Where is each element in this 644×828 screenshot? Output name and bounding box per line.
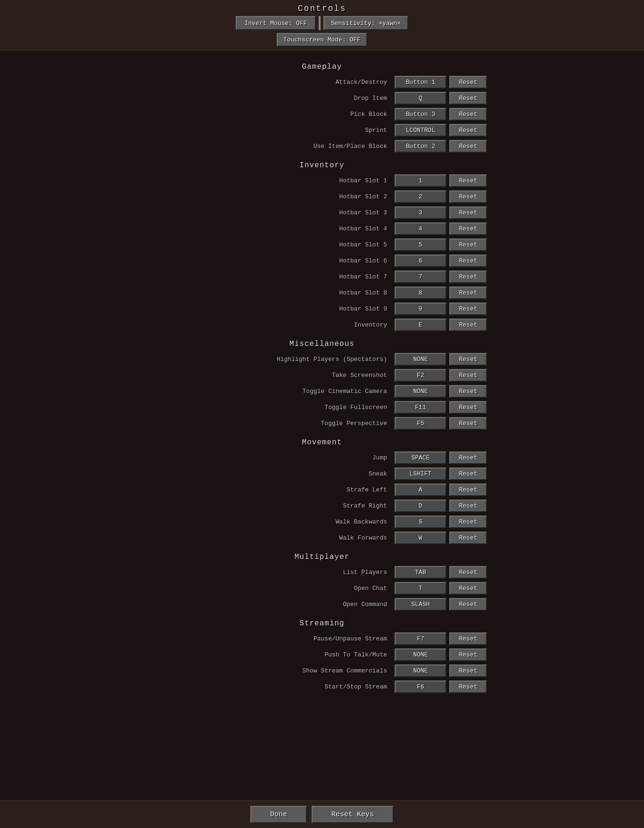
key-binding-button[interactable]: 3 [395,206,446,219]
reset-button[interactable]: Reset [449,648,487,661]
control-row: Walk BackwardsSReset [157,515,487,529]
control-label: Pause/Unpause Stream [157,635,395,642]
key-binding-button[interactable]: 7 [395,271,446,283]
reset-button[interactable]: Reset [449,108,487,121]
key-binding-button[interactable]: F11 [395,401,446,414]
section-list-4: List PlayersTABResetOpen ChatTResetOpen … [157,565,487,612]
key-binding-button[interactable]: W [395,532,446,544]
reset-button[interactable]: Reset [449,222,487,235]
key-binding-button[interactable]: 8 [395,287,446,299]
key-binding-button[interactable]: LCONTROL [395,124,446,137]
key-binding-button[interactable]: F2 [395,369,446,382]
reset-button[interactable]: Reset [449,500,487,512]
reset-button[interactable]: Reset [449,287,487,299]
reset-button[interactable]: Reset [449,271,487,283]
reset-button[interactable]: Reset [449,516,487,528]
sensitivity-button[interactable]: Sensitivity: ×yawn× [323,16,408,30]
reset-button[interactable]: Reset [449,484,487,496]
key-binding-button[interactable]: Button 3 [395,108,446,121]
reset-button[interactable]: Reset [449,598,487,611]
control-label: Take Screenshot [157,372,395,379]
reset-button[interactable]: Reset [449,680,487,693]
key-binding-button[interactable]: LSHIFT [395,467,446,480]
key-binding-button[interactable]: Button 1 [395,76,446,89]
key-binding-button[interactable]: F5 [395,417,446,430]
reset-button[interactable]: Reset [449,174,487,187]
key-binding-button[interactable]: F7 [395,632,446,645]
control-label: Drop Item [157,95,395,102]
key-binding-button[interactable]: 2 [395,190,446,203]
reset-button[interactable]: Reset [449,303,487,315]
reset-button[interactable]: Reset [449,124,487,137]
control-row: Show Stream CommercialsNONEReset [157,664,487,678]
control-label: Start/Stop Stream [157,683,395,690]
control-label: Toggle Cinematic Camera [157,388,395,395]
key-binding-button[interactable]: 6 [395,254,446,267]
control-label: Walk Forwards [157,534,395,541]
key-binding-button[interactable]: NONE [395,353,446,366]
reset-button[interactable]: Reset [449,417,487,430]
invert-mouse-button[interactable]: Invert Mouse: OFF [236,16,316,30]
reset-button[interactable]: Reset [449,140,487,153]
done-button[interactable]: Done [250,806,307,823]
touchscreen-button[interactable]: Touchscreen Mode: OFF [277,33,367,47]
control-row: Hotbar Slot 99Reset [157,302,487,316]
section-list-1: Hotbar Slot 11ResetHotbar Slot 22ResetHo… [157,173,487,332]
key-binding-button[interactable]: 1 [395,174,446,187]
reset-button[interactable]: Reset [449,76,487,89]
key-binding-button[interactable]: A [395,484,446,496]
reset-button[interactable]: Reset [449,401,487,414]
key-binding-button[interactable]: Q [395,92,446,105]
reset-button[interactable]: Reset [449,353,487,366]
section-header-multiplayer: Multiplayer [157,553,487,561]
key-binding-button[interactable]: SPACE [395,451,446,464]
reset-keys-button[interactable]: Reset Keys [312,806,394,823]
control-label: Jump [157,454,395,461]
reset-button[interactable]: Reset [449,319,487,331]
control-label: Strafe Right [157,502,395,509]
reset-button[interactable]: Reset [449,451,487,464]
control-label: Open Command [157,601,395,608]
key-binding-button[interactable]: TAB [395,566,446,579]
control-label: List Players [157,569,395,576]
divider [319,16,321,30]
section-header-movement: Movement [157,438,487,447]
control-label: Push To Talk/Mute [157,651,395,658]
control-row: Open CommandSLASHReset [157,597,487,612]
control-label: Inventory [157,321,395,328]
key-binding-button[interactable]: S [395,516,446,528]
control-row: Hotbar Slot 33Reset [157,205,487,220]
reset-button[interactable]: Reset [449,532,487,544]
reset-button[interactable]: Reset [449,238,487,251]
reset-button[interactable]: Reset [449,369,487,382]
key-binding-button[interactable]: NONE [395,648,446,661]
key-binding-button[interactable]: NONE [395,385,446,398]
control-label: Hotbar Slot 1 [157,177,395,184]
key-binding-button[interactable]: D [395,500,446,512]
reset-button[interactable]: Reset [449,92,487,105]
key-binding-button[interactable]: E [395,319,446,331]
reset-button[interactable]: Reset [449,664,487,677]
reset-button[interactable]: Reset [449,467,487,480]
touchscreen-row: Touchscreen Mode: OFF [277,33,367,47]
reset-button[interactable]: Reset [449,190,487,203]
reset-button[interactable]: Reset [449,385,487,398]
reset-button[interactable]: Reset [449,582,487,595]
control-label: Hotbar Slot 4 [157,225,395,232]
control-row: SprintLCONTROLReset [157,123,487,138]
control-row: Toggle FullscreenF11Reset [157,400,487,415]
key-binding-button[interactable]: Button 2 [395,140,446,153]
key-binding-button[interactable]: T [395,582,446,595]
key-binding-button[interactable]: 9 [395,303,446,315]
key-binding-button[interactable]: NONE [395,664,446,677]
reset-button[interactable]: Reset [449,254,487,267]
key-binding-button[interactable]: SLASH [395,598,446,611]
control-row: Toggle Cinematic CameraNONEReset [157,384,487,399]
control-row: Toggle PerspectiveF5Reset [157,416,487,431]
key-binding-button[interactable]: 4 [395,222,446,235]
reset-button[interactable]: Reset [449,206,487,219]
key-binding-button[interactable]: 5 [395,238,446,251]
reset-button[interactable]: Reset [449,632,487,645]
key-binding-button[interactable]: F6 [395,680,446,693]
reset-button[interactable]: Reset [449,566,487,579]
